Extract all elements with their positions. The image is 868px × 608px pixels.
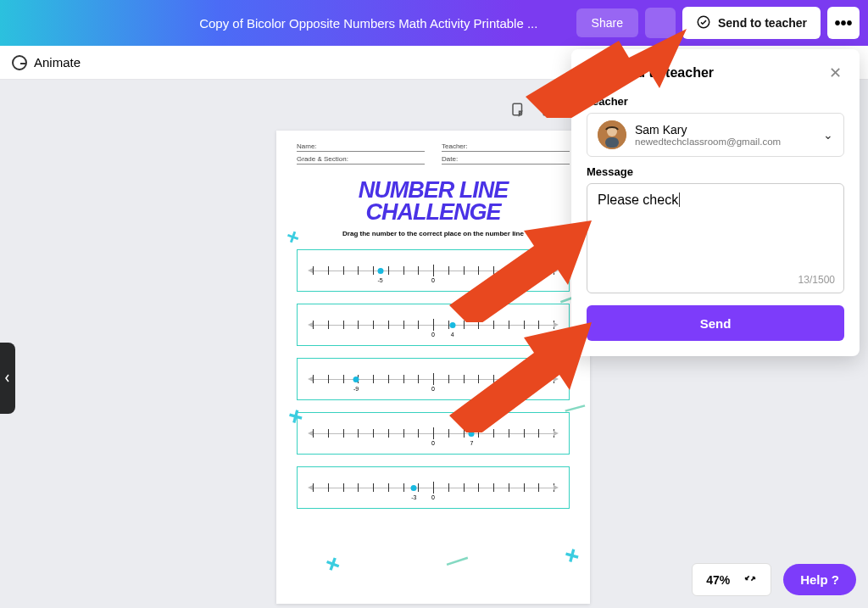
worksheet-grade-field: Grade & Section: — [297, 155, 425, 165]
teacher-avatar — [598, 120, 626, 149]
more-actions-button[interactable]: ••• — [827, 7, 860, 39]
worksheet-teacher-field: Teacher: — [442, 142, 570, 152]
message-text: Please check — [598, 192, 680, 207]
message-char-count: 13/1500 — [798, 274, 835, 286]
message-field-label: Message — [587, 165, 844, 178]
send-to-teacher-label: Send to teacher — [718, 16, 807, 30]
message-input[interactable]: Please check 13/1500 — [587, 183, 844, 293]
animate-icon — [12, 55, 27, 70]
minus-decoration-icon: — — [442, 544, 471, 577]
fullscreen-icon[interactable] — [743, 572, 757, 588]
teacher-email: newedtechclassroom@gmail.com — [635, 137, 815, 147]
svg-marker-8 — [449, 220, 592, 322]
plus-decoration-icon: + — [321, 548, 345, 580]
notes-icon[interactable] — [509, 100, 527, 119]
animate-label: Animate — [34, 55, 81, 70]
worksheet-title: NUMBER LINE CHALLENGE — [297, 180, 570, 223]
svg-rect-6 — [605, 137, 619, 148]
check-circle-icon — [696, 14, 711, 32]
teacher-name: Sam Kary — [635, 123, 815, 137]
annotation-arrow — [449, 322, 593, 432]
number-line: 0-3 — [297, 466, 570, 509]
worksheet-date-field: Date: — [442, 155, 570, 165]
send-button[interactable]: Send — [587, 305, 844, 341]
close-icon[interactable]: ✕ — [826, 64, 844, 82]
top-bar: Copy of Bicolor Opposite Numbers Math Ac… — [0, 0, 868, 46]
animate-button[interactable]: Animate — [12, 55, 81, 70]
annotation-arrow — [449, 220, 593, 322]
zoom-control[interactable]: 47% — [692, 563, 771, 596]
expand-sidebar-tab[interactable] — [0, 343, 15, 414]
plus-decoration-icon: + — [561, 539, 583, 571]
worksheet-title-line1: NUMBER LINE — [297, 180, 570, 202]
svg-point-0 — [698, 16, 709, 28]
chevron-down-icon: ⌄ — [823, 128, 833, 142]
help-button[interactable]: Help ? — [783, 564, 856, 595]
document-title: Copy of Bicolor Opposite Numbers Math Ac… — [8, 16, 576, 31]
zoom-level-label: 47% — [706, 573, 730, 587]
send-to-teacher-button[interactable]: Send to teacher — [682, 7, 821, 39]
svg-marker-9 — [449, 322, 592, 432]
svg-marker-7 — [526, 29, 687, 118]
annotation-arrow — [526, 29, 687, 118]
worksheet-name-field: Name: — [297, 142, 425, 152]
teacher-selector[interactable]: Sam Kary newedtechclassroom@gmail.com ⌄ — [587, 113, 844, 157]
bottom-controls: 47% Help ? — [692, 563, 856, 596]
